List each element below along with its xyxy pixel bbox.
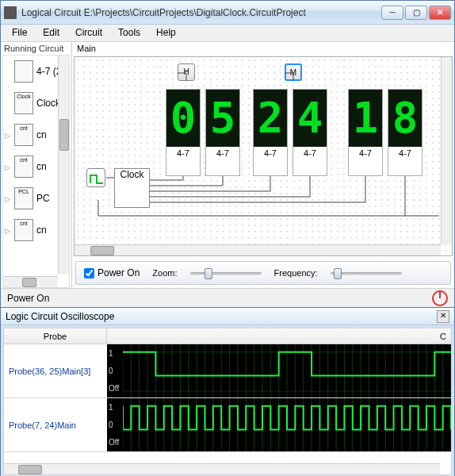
seven-seg-display[interactable]: 14-7 [348, 89, 383, 176]
clock-block[interactable]: Clock [114, 168, 150, 208]
menu-circuit[interactable]: Circuit [67, 25, 110, 41]
canvas-v-scrollbar[interactable] [441, 57, 452, 244]
tree-label: PC [36, 193, 50, 204]
scrollbar-thumb[interactable] [90, 246, 114, 255]
tree-v-scrollbar[interactable] [58, 56, 69, 274]
digit: 0 [166, 90, 200, 147]
signal-waveform [123, 406, 451, 430]
scrollbar-thumb[interactable] [59, 119, 69, 151]
tree-h-scrollbar[interactable] [3, 276, 58, 287]
canvas-h-scrollbar[interactable] [75, 244, 441, 255]
power-icon[interactable] [432, 290, 448, 306]
clock-pulse-icon[interactable] [86, 168, 105, 187]
canvas-title: Main [72, 42, 454, 55]
statusbar: Power On [1, 288, 454, 307]
digit: 1 [349, 90, 382, 147]
probe-name[interactable]: Probe(36, 25)Main[3] [4, 344, 107, 397]
expand-icon[interactable]: ▷ [5, 132, 11, 138]
app-icon [4, 6, 17, 19]
slider-thumb[interactable] [205, 268, 212, 279]
digit: 4 [293, 90, 327, 147]
digit: 8 [388, 90, 422, 147]
digit: 5 [206, 90, 239, 147]
maximize-button[interactable]: ▢ [405, 6, 427, 20]
sidebar: Running Circuit 4-7 (2 ClockClock ▷cntcn… [1, 42, 72, 288]
seven-seg-display[interactable]: 54-7 [205, 89, 240, 176]
menu-tools[interactable]: Tools [110, 25, 148, 41]
seven-seg-display[interactable]: 24-7 [253, 89, 288, 176]
seven-seg-display[interactable]: 44-7 [292, 89, 327, 176]
window-title: Logical Circuit E:\Projects\CircuitProje… [21, 7, 381, 18]
frequency-label: Frequency: [274, 268, 318, 278]
menu-file[interactable]: File [4, 25, 35, 41]
expand-icon[interactable]: ▷ [5, 163, 11, 170]
status-text: Power On [7, 293, 49, 304]
probe-name[interactable]: Probe(7, 24)Main [4, 398, 107, 451]
scope-display: 10Off [107, 344, 451, 397]
power-on-checkbox[interactable]: Power On [84, 267, 140, 278]
titlebar: Logical Circuit E:\Projects\CircuitProje… [1, 1, 454, 25]
controls-bar: Power On Zoom: Frequency: [75, 261, 451, 285]
expand-icon[interactable]: ▷ [5, 195, 11, 202]
minimize-button[interactable]: ─ [381, 6, 403, 20]
slider-thumb[interactable] [334, 268, 342, 279]
sidebar-title: Running Circuit [1, 42, 71, 55]
tree-label: cn [36, 161, 47, 172]
oscilloscope-close-button[interactable]: ✕ [437, 310, 449, 323]
menu-edit[interactable]: Edit [35, 25, 67, 41]
column-header-c[interactable]: C [107, 328, 451, 344]
oscilloscope-row: Probe(7, 24)Main 10Off [4, 398, 451, 452]
digit: 2 [254, 90, 287, 147]
seven-seg-display[interactable]: 84-7 [388, 89, 422, 176]
menu-help[interactable]: Help [148, 25, 184, 41]
zoom-label: Zoom: [152, 268, 177, 278]
expand-icon[interactable]: ▷ [5, 227, 11, 233]
close-button[interactable]: ✕ [429, 6, 451, 20]
tree-label: cn [36, 129, 47, 140]
oscilloscope-title: Logic Circuit Oscilloscope [6, 311, 114, 322]
tag-m-button[interactable]: M [285, 63, 302, 81]
oscilloscope-h-scrollbar[interactable] [4, 463, 440, 474]
tree-label: cn [36, 225, 47, 236]
scrollbar-thumb[interactable] [18, 465, 42, 474]
circuit-tree[interactable]: 4-7 (2 ClockClock ▷cntcn ▷cntcn ▷PCLPC ▷… [2, 55, 70, 288]
power-checkbox-input[interactable] [84, 268, 94, 278]
circuit-canvas[interactable]: H M 04-7 54-7 24-7 44-7 14-7 84-7 Clock [74, 56, 453, 256]
zoom-slider[interactable] [190, 267, 262, 279]
oscilloscope-row: Probe(36, 25)Main[3] 10Off [4, 344, 451, 398]
tree-label: Clock [36, 98, 60, 109]
oscilloscope-titlebar: Logic Circuit Oscilloscope ✕ [1, 308, 454, 325]
seven-seg-display[interactable]: 04-7 [166, 89, 201, 176]
scope-display: 10Off [107, 398, 451, 451]
frequency-slider[interactable] [331, 267, 402, 279]
scrollbar-thumb[interactable] [22, 278, 36, 287]
tag-h-button[interactable]: H [178, 63, 195, 81]
column-header-probe[interactable]: Probe [4, 328, 107, 344]
menubar: File Edit Circuit Tools Help [1, 25, 454, 42]
